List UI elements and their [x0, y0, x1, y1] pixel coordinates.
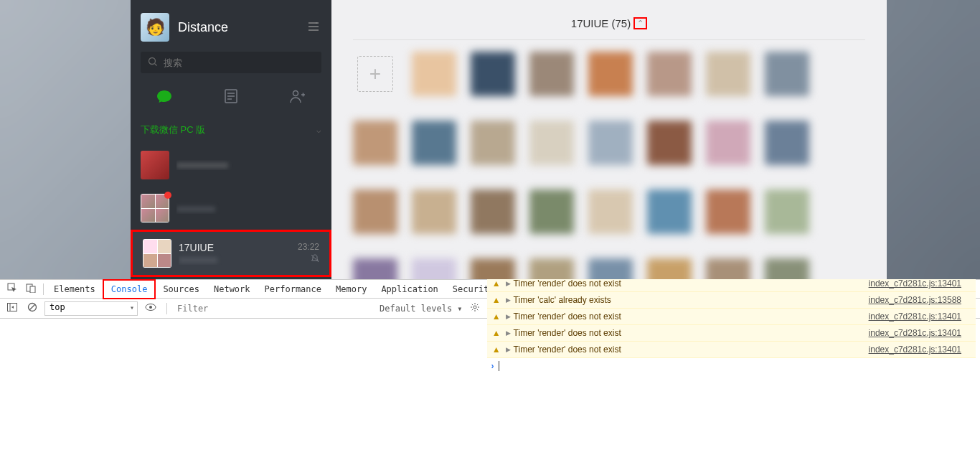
device-toggle-icon[interactable]	[22, 280, 40, 298]
group-member[interactable]	[647, 121, 692, 182]
hamburger-menu-icon[interactable]	[306, 18, 321, 37]
member-grid: +	[353, 40, 865, 279]
member-avatar	[412, 121, 456, 165]
devtools-tab-performance[interactable]: Performance	[258, 281, 329, 298]
group-member[interactable]	[706, 121, 750, 182]
source-link[interactable]: index_c7d281c.js:13401	[869, 327, 961, 339]
group-member[interactable]	[412, 258, 456, 279]
group-member[interactable]	[765, 52, 809, 113]
member-avatar	[529, 52, 574, 96]
member-avatar	[353, 258, 397, 279]
inspect-element-icon[interactable]	[3, 280, 22, 298]
source-link[interactable]: index_c7d281c.js:13401	[869, 310, 961, 323]
devtools-tab-console[interactable]: Console	[103, 279, 156, 299]
collapse-toggle-icon[interactable]: ⌃	[633, 17, 647, 29]
member-avatar	[588, 121, 633, 165]
expand-icon[interactable]: ▶	[506, 294, 511, 306]
chevron-down-icon: ⌵	[316, 126, 321, 135]
search-icon	[148, 57, 158, 69]
devtools-tab-application[interactable]: Application	[374, 281, 445, 298]
chat-list: xxxxxxxxxxxx xxxxxxxxx 17UIUE xxxxxxxxx …	[131, 144, 331, 279]
group-member[interactable]	[588, 121, 633, 182]
group-member[interactable]	[471, 258, 515, 279]
expand-icon[interactable]: ▶	[506, 343, 511, 356]
expand-icon[interactable]: ▶	[506, 327, 511, 339]
chat-preview: xxxxxxxxxxxx	[176, 160, 321, 170]
chat-item[interactable]: xxxxxxxxx	[131, 187, 331, 230]
console-message: ▲▶Timer 'render' does not existindex_c7d…	[487, 325, 976, 342]
search-input[interactable]	[164, 57, 314, 68]
message-text: Timer 'render' does not exist	[514, 310, 869, 323]
live-expression-icon[interactable]	[142, 301, 159, 315]
group-member[interactable]	[353, 189, 397, 251]
context-selector[interactable]: top	[44, 301, 138, 316]
devtools-tab-memory[interactable]: Memory	[329, 281, 374, 298]
profile-section: 🧑 Distance	[131, 0, 331, 52]
chat-item[interactable]: xxxxx	[131, 277, 331, 279]
console-prompt[interactable]: ›	[487, 358, 976, 374]
source-link[interactable]: index_c7d281c.js:13401	[869, 343, 961, 356]
user-avatar[interactable]: 🧑	[141, 13, 169, 42]
contacts-tab-icon[interactable]	[289, 88, 306, 105]
member-avatar	[412, 52, 456, 96]
clear-console-icon[interactable]	[24, 301, 40, 316]
group-member[interactable]	[647, 52, 692, 113]
settings-gear-icon[interactable]	[467, 301, 483, 316]
svg-point-0	[149, 57, 156, 64]
group-header: 17UIUE (75) ⌃	[353, 17, 865, 40]
group-member[interactable]	[706, 52, 750, 113]
log-levels-dropdown[interactable]: Default levels ▾	[380, 304, 463, 314]
group-member[interactable]	[353, 121, 397, 182]
chat-name: 17UIUE	[179, 242, 298, 253]
expand-icon[interactable]: ▶	[506, 310, 511, 323]
devtools-tab-network[interactable]: Network	[207, 281, 258, 298]
group-member[interactable]	[471, 52, 515, 113]
group-member[interactable]	[706, 258, 750, 279]
message-text: Timer 'calc' already exists	[514, 294, 869, 306]
group-member[interactable]	[529, 52, 574, 113]
source-link[interactable]: index_c7d281c.js:13588	[869, 294, 961, 306]
chats-tab-icon[interactable]	[156, 88, 173, 105]
group-member[interactable]	[353, 258, 397, 279]
member-avatar	[588, 258, 633, 279]
download-label: 下载微信 PC 版	[141, 123, 205, 136]
devtools-tab-sources[interactable]: Sources	[156, 281, 207, 298]
group-member[interactable]	[765, 189, 809, 251]
group-member[interactable]	[706, 189, 750, 251]
username-label: Distance	[178, 20, 306, 35]
group-member[interactable]	[765, 121, 809, 182]
group-member[interactable]	[588, 258, 633, 279]
group-member[interactable]	[471, 189, 515, 251]
group-member[interactable]	[529, 189, 574, 251]
group-member[interactable]	[529, 121, 574, 182]
group-member[interactable]	[647, 189, 692, 251]
sidebar: 🧑 Distance	[131, 0, 331, 279]
group-member[interactable]	[412, 121, 456, 182]
warning-icon: ▲	[491, 278, 501, 289]
toggle-sidebar-icon[interactable]	[4, 301, 20, 315]
add-member-button[interactable]: +	[357, 56, 393, 92]
chat-item[interactable]: xxxxxxxxxxxx	[131, 144, 331, 187]
group-member[interactable]	[529, 258, 574, 279]
console-message: ▲▶Timer 'render' does not existindex_c7d…	[487, 309, 976, 325]
member-avatar	[765, 121, 809, 165]
group-member[interactable]	[588, 52, 633, 113]
svg-rect-5	[30, 286, 35, 293]
chat-item-17uiue[interactable]: 17UIUE xxxxxxxxx 23:22	[131, 230, 331, 277]
search-section	[131, 52, 331, 79]
filter-input[interactable]	[174, 302, 375, 315]
devtools-tab-elements[interactable]: Elements	[47, 281, 103, 298]
group-member[interactable]	[471, 121, 515, 182]
group-member[interactable]	[412, 52, 456, 113]
search-box[interactable]	[141, 52, 321, 73]
devtools-panel: ElementsConsoleSourcesNetworkPerformance…	[0, 279, 980, 450]
group-member[interactable]	[412, 189, 456, 251]
member-avatar	[706, 52, 750, 96]
member-avatar	[471, 189, 515, 234]
group-member[interactable]	[765, 258, 809, 279]
group-member[interactable]	[588, 189, 633, 251]
group-member[interactable]	[647, 258, 692, 279]
member-avatar	[765, 189, 809, 234]
download-pc-link[interactable]: 下载微信 PC 版 ⌵	[131, 116, 331, 144]
reading-tab-icon[interactable]	[222, 88, 240, 105]
